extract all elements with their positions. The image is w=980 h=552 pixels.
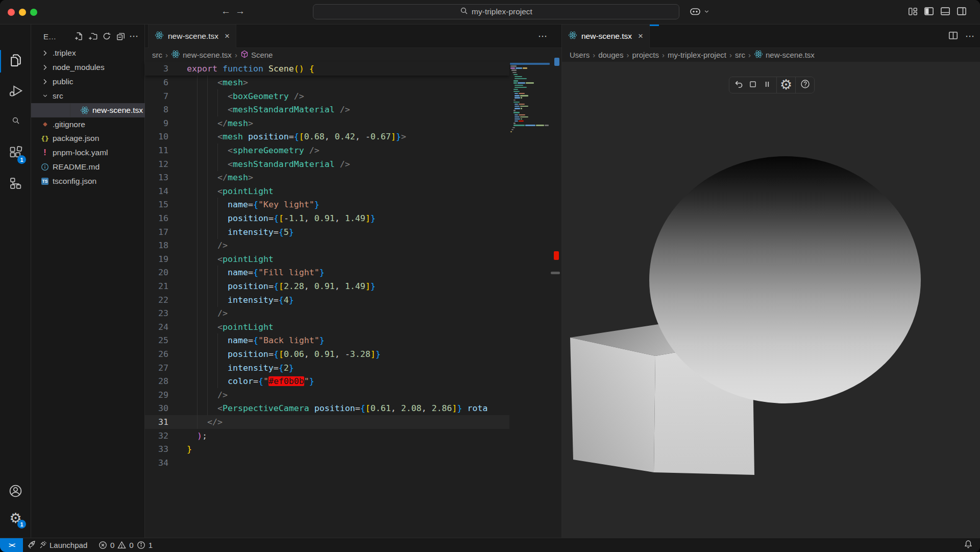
preview-tab-new-scene[interactable]: new-scene.tsx × [562, 25, 650, 48]
code-line-10[interactable]: 10 <mesh position={[0.68, 0.42, -0.67]}> [145, 130, 509, 143]
remote-indicator[interactable]: >< [0, 538, 23, 552]
code-line-20[interactable]: 20 name={"Fill light"} [145, 266, 509, 279]
3d-viewport[interactable]: ⚙ [562, 62, 980, 538]
breadcrumb-item[interactable]: my-triplex-project [668, 51, 726, 59]
zoom-window-button[interactable] [30, 9, 37, 16]
code-line-33[interactable]: 33} [145, 442, 509, 456]
activity-item-run-debug[interactable] [0, 79, 31, 106]
breadcrumb-item[interactable]: new-scene.tsx [171, 50, 232, 60]
activity-item-settings[interactable]: ⚙1 [0, 505, 31, 532]
copilot-button[interactable] [688, 6, 702, 19]
breadcrumb-item[interactable]: src [152, 51, 162, 59]
tab-new-scene[interactable]: new-scene.tsx × [148, 25, 236, 48]
code-line-18[interactable]: 18 /> [145, 238, 509, 252]
code-line-28[interactable]: 28 color={"#ef0b0b"} [145, 374, 509, 388]
code-line-14[interactable]: 14 <pointLight [145, 184, 509, 198]
code-line-15[interactable]: 15 name={"Key light"} [145, 198, 509, 211]
code-text: </mesh> [187, 171, 253, 184]
split-editor-icon [948, 31, 958, 42]
file-row-.gitignore[interactable]: .gitignore [31, 117, 154, 132]
breadcrumb-item[interactable]: Scene [240, 50, 273, 60]
code-line-3[interactable]: 3export function Scene() { [145, 62, 509, 76]
close-tab-icon[interactable]: × [225, 31, 230, 41]
file-row-src[interactable]: src [31, 89, 154, 103]
command-center-search[interactable]: my-triplex-project [313, 4, 679, 19]
code-line-34[interactable]: 34 [145, 456, 509, 470]
code-line-24[interactable]: 24 <pointLight [145, 320, 509, 334]
code-line-19[interactable]: 19 <pointLight [145, 252, 509, 266]
code-line-23[interactable]: 23 /> [145, 306, 509, 320]
code-line-21[interactable]: 21 position={[2.28, 0.91, 1.49]} [145, 279, 509, 293]
line-number: 26 [145, 347, 168, 361]
undo-button[interactable] [731, 78, 746, 92]
refresh-icon[interactable] [100, 30, 113, 43]
code-line-12[interactable]: 12 <meshStandardMaterial /> [145, 157, 509, 171]
code-line-26[interactable]: 26 position={[0.06, 0.91, -3.28]} [145, 347, 509, 361]
ellipsis-icon[interactable]: ⋯ [127, 30, 141, 43]
preview-more-actions[interactable]: ⋯ [965, 31, 975, 42]
code-text: </> [187, 415, 223, 429]
code-line-8[interactable]: 8 <meshStandardMaterial /> [145, 103, 509, 116]
overview-ruler-handle[interactable] [551, 272, 560, 274]
code-line-25[interactable]: 25 name={"Back light"} [145, 333, 509, 347]
activity-item-extensions[interactable]: 1 [0, 140, 31, 167]
problems-status-item[interactable]: 001 [99, 538, 153, 552]
activity-item-accounts[interactable] [0, 478, 31, 505]
code-line-31[interactable]: 31 </> [145, 415, 509, 429]
file-row-pnpm-lock.yaml[interactable]: !pnpm-lock.yaml [31, 146, 154, 160]
breadcrumb-item[interactable]: src [735, 51, 745, 59]
close-window-button[interactable] [8, 9, 15, 16]
help-button[interactable] [798, 78, 812, 92]
settings-button[interactable]: ⚙ [779, 78, 793, 92]
navigate-forward-button[interactable]: → [235, 6, 245, 17]
code-line-32[interactable]: 32 ); [145, 429, 509, 443]
breadcrumb-item[interactable]: new-scene.tsx [754, 50, 815, 60]
file-row-tsconfig.json[interactable]: TStsconfig.json [31, 174, 154, 188]
copilot-dropdown[interactable] [702, 6, 710, 19]
code-line-17[interactable]: 17 intensity={5} [145, 225, 509, 239]
close-tab-icon[interactable]: × [638, 31, 643, 41]
stop-button[interactable] [746, 78, 760, 92]
editor-more-actions[interactable]: ⋯ [538, 31, 548, 42]
code-line-9[interactable]: 9 </mesh> [145, 116, 509, 130]
activity-item-hierarchy[interactable] [0, 171, 31, 198]
line-number: 30 [145, 401, 168, 415]
customize-layout-button[interactable] [905, 6, 920, 19]
activity-item-search[interactable] [0, 108, 31, 135]
notifications-bell[interactable] [964, 538, 973, 552]
navigate-back-button[interactable]: ← [221, 6, 231, 17]
code-line-16[interactable]: 16 position={[-1.1, 0.91, 1.49]} [145, 211, 509, 225]
breadcrumb-item[interactable]: projects [632, 51, 659, 59]
code-text: <PerspectiveCamera position={[0.61, 2.08… [187, 401, 488, 415]
code-text: name={"Key light"} [187, 198, 320, 211]
new-file-icon[interactable] [72, 30, 86, 43]
toggle-secondary-sidebar-button[interactable] [954, 6, 969, 19]
file-row-public[interactable]: public [31, 75, 154, 89]
breadcrumb-item[interactable]: douges [598, 51, 623, 59]
launchpad-status-item[interactable]: Launchpad [27, 538, 87, 552]
activity-item-explorer[interactable] [0, 48, 31, 75]
code-line-6[interactable]: 6 <mesh> [145, 76, 509, 89]
split-editor-button[interactable] [946, 30, 960, 43]
code-line-22[interactable]: 22 intensity={4} [145, 293, 509, 307]
code-line-11[interactable]: 11 <sphereGeometry /> [145, 143, 509, 157]
minimap[interactable] [509, 62, 551, 266]
new-folder-icon[interactable] [86, 30, 100, 43]
minimize-window-button[interactable] [19, 9, 26, 16]
sticky-scroll-line[interactable]: 3export function Scene() { [145, 62, 509, 76]
code-line-27[interactable]: 27 intensity={2} [145, 361, 509, 375]
file-row-.triplex[interactable]: .triplex [31, 46, 154, 60]
breadcrumb-item[interactable]: Users [570, 51, 590, 59]
file-row-node_modules[interactable]: node_modules [31, 60, 154, 75]
file-row-README.md[interactable]: README.md [31, 160, 154, 174]
code-line-30[interactable]: 30 <PerspectiveCamera position={[0.61, 2… [145, 401, 509, 415]
collapse-all-icon[interactable] [113, 30, 127, 43]
line-number: 29 [145, 388, 168, 402]
code-line-13[interactable]: 13 </mesh> [145, 171, 509, 184]
toggle-primary-sidebar-button[interactable] [922, 6, 936, 19]
code-line-7[interactable]: 7 <boxGeometry /> [145, 89, 509, 103]
toggle-panel-button[interactable] [938, 6, 952, 19]
code-line-29[interactable]: 29 /> [145, 388, 509, 402]
pause-button[interactable] [760, 78, 774, 92]
file-row-package.json[interactable]: {}package.json [31, 131, 154, 146]
